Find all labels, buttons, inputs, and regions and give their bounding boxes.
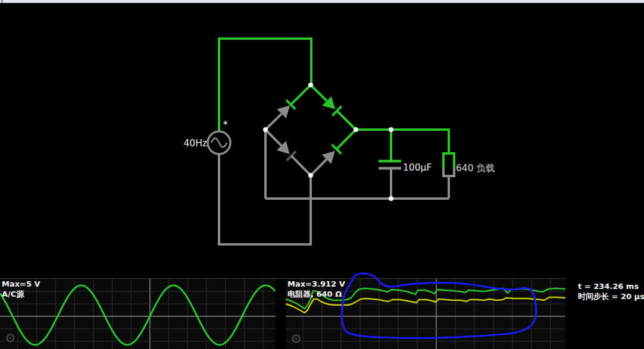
right-scope-signal-label: 电阻器, 640 Ω <box>287 290 342 298</box>
ac-voltage-source[interactable] <box>208 131 230 154</box>
capacitor-value-label: 100µF <box>403 162 432 173</box>
load-value-label: 640 负载 <box>456 163 495 174</box>
sim-timestep-label: 时间步长 = 20 µs <box>578 292 644 301</box>
simulation-info: t = 234.26 ms 时间步长 = 20 µs <box>578 282 644 301</box>
right-scope-settings-gear-icon[interactable]: ⚙ <box>290 332 302 346</box>
circuit-canvas-background[interactable] <box>0 3 644 278</box>
node-dot-capacitor-top <box>389 127 393 132</box>
node-dot-bridge-bottom <box>308 173 313 178</box>
scope-panel: Max=5 V A/C源 ⚙ Max=3.912 V 电阻器, 640 Ω ⚙ … <box>0 279 644 349</box>
right-scope-max-label: Max=3.912 V <box>287 279 345 288</box>
app-window: 40Hz * 100µF 640 负载 Max=5 V A/C源 ⚙ <box>0 0 644 349</box>
simulator-canvas: 40Hz * 100µF 640 负载 Max=5 V A/C源 ⚙ <box>0 0 644 349</box>
source-frequency-label: 40Hz <box>183 138 207 149</box>
left-scope[interactable]: Max=5 V A/C源 ⚙ <box>0 279 276 349</box>
left-scope-settings-gear-icon[interactable]: ⚙ <box>5 331 16 345</box>
node-dot-bridge-right <box>354 127 358 132</box>
node-dot-ground-rail <box>389 196 393 201</box>
sim-time-label: t = 234.26 ms <box>578 282 639 291</box>
left-scope-max-label: Max=5 V <box>2 279 40 288</box>
node-dot-bridge-top <box>308 83 313 87</box>
node-dot-bridge-left <box>263 127 268 132</box>
source-polarity-marker: * <box>223 120 228 130</box>
left-scope-signal-label: A/C源 <box>2 290 24 298</box>
